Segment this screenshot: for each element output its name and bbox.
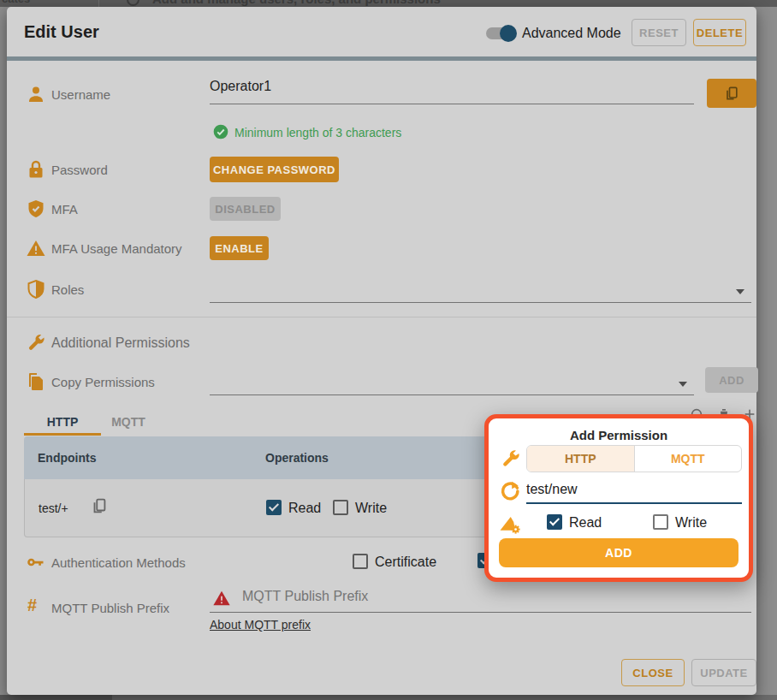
- additional-permissions-label: Additional Permissions: [51, 335, 190, 351]
- background-bottom-right: [112, 695, 777, 700]
- advanced-mode-toggle-knob[interactable]: [500, 25, 517, 42]
- hash-icon: [27, 596, 37, 615]
- check-circle-icon: [212, 123, 229, 140]
- copy-username-button[interactable]: [707, 79, 756, 108]
- chevron-down-icon: [736, 289, 744, 294]
- copy-icon: [723, 85, 740, 102]
- active-tab-underline: [24, 433, 101, 436]
- popup-protocol-segmented-control: HTTP MQTT: [526, 445, 742, 472]
- popup-read-label: Read: [569, 515, 602, 531]
- endpoints-column-header: Endpoints: [38, 451, 96, 465]
- auth-methods-label: Authentication Methods: [51, 555, 186, 570]
- mfa-mandatory-label: MFA Usage Mandatory: [51, 241, 182, 256]
- background-top-strip: cates Add and manage users, roles, and p…: [0, 0, 777, 7]
- endpoint-icon: [499, 480, 521, 502]
- read-checkbox-label: Read: [288, 501, 321, 516]
- roles-select[interactable]: [210, 279, 751, 303]
- read-checkbox[interactable]: [266, 500, 282, 515]
- popup-title: Add Permission: [489, 428, 749, 442]
- popup-endpoint-input[interactable]: [526, 482, 742, 497]
- wrench-icon: [500, 448, 521, 469]
- popup-add-button[interactable]: ADD: [499, 538, 738, 567]
- popup-tab-http[interactable]: HTTP: [527, 446, 635, 472]
- roles-label: Roles: [51, 282, 84, 297]
- dialog-title: Edit User: [24, 22, 99, 42]
- certificate-checkbox-label: Certificate: [375, 555, 436, 570]
- background-divider: [98, 0, 99, 7]
- delete-button[interactable]: DELETE: [693, 19, 746, 46]
- popup-write-checkbox[interactable]: [653, 514, 668, 530]
- write-checkbox-label: Write: [355, 501, 387, 516]
- endpoint-value: test/+: [39, 501, 68, 515]
- section-divider: [7, 317, 756, 317]
- chevron-down-icon: [679, 382, 687, 387]
- reset-button[interactable]: RESET: [632, 19, 686, 46]
- copy-permissions-add-button[interactable]: ADD: [705, 367, 758, 393]
- mfa-disabled-button[interactable]: DISABLED: [210, 197, 281, 221]
- lock-icon: [26, 159, 46, 180]
- operations-icon: [497, 511, 521, 535]
- header-divider: [7, 56, 756, 61]
- mqtt-prefix-input[interactable]: [210, 589, 777, 604]
- popup-write-label: Write: [675, 515, 707, 531]
- close-button[interactable]: CLOSE: [621, 659, 685, 686]
- copy-permissions-icon: [26, 371, 46, 392]
- change-password-button[interactable]: CHANGE PASSWORD: [210, 157, 339, 182]
- password-label: Password: [51, 163, 108, 177]
- mqtt-prefix-field-underline: [210, 589, 751, 613]
- update-button[interactable]: UPDATE: [691, 659, 756, 686]
- username-field-underline: [210, 79, 694, 104]
- popup-read-checkbox[interactable]: [547, 514, 562, 530]
- write-checkbox[interactable]: [333, 500, 348, 515]
- mfa-label: MFA: [51, 202, 78, 217]
- copy-endpoint-icon[interactable]: [90, 496, 109, 515]
- tab-http[interactable]: HTTP: [24, 415, 101, 429]
- shield-check-icon: [26, 199, 46, 219]
- tab-mqtt[interactable]: MQTT: [101, 415, 156, 429]
- username-label: Username: [51, 87, 110, 102]
- username-input[interactable]: [210, 79, 694, 94]
- key-icon: [26, 551, 46, 572]
- username-hint: Minimum length of 3 characters: [234, 126, 401, 139]
- edit-user-dialog: Edit User Advanced Mode RESET DELETE Use…: [7, 7, 756, 695]
- copy-permissions-select[interactable]: [210, 371, 694, 395]
- add-permission-popup: Add Permission HTTP MQTT Read Write ADD: [484, 414, 753, 582]
- mfa-enable-button[interactable]: ENABLE: [210, 236, 269, 260]
- user-icon: [26, 84, 46, 104]
- mqtt-prefix-label: MQTT Publish Prefix: [51, 601, 169, 615]
- popup-endpoint-underline: [526, 482, 742, 504]
- operations-column-header: Operations: [265, 451, 329, 465]
- about-mqtt-prefix-link[interactable]: About MQTT prefix: [210, 618, 311, 632]
- wrench-icon: [26, 332, 46, 353]
- popup-tab-mqtt[interactable]: MQTT: [635, 446, 742, 472]
- copy-permissions-label: Copy Permissions: [51, 375, 155, 389]
- roles-shield-icon: [26, 279, 46, 300]
- background-sidebar-partial-text: cates: [2, 0, 30, 6]
- background-bottom-left: [0, 695, 112, 700]
- advanced-mode-label: Advanced Mode: [522, 26, 621, 41]
- warning-icon: [26, 238, 46, 258]
- background-page-subtitle: Add and manage users, roles, and permiss…: [152, 0, 441, 6]
- users-section-icon: [127, 0, 139, 6]
- certificate-checkbox[interactable]: [353, 554, 368, 569]
